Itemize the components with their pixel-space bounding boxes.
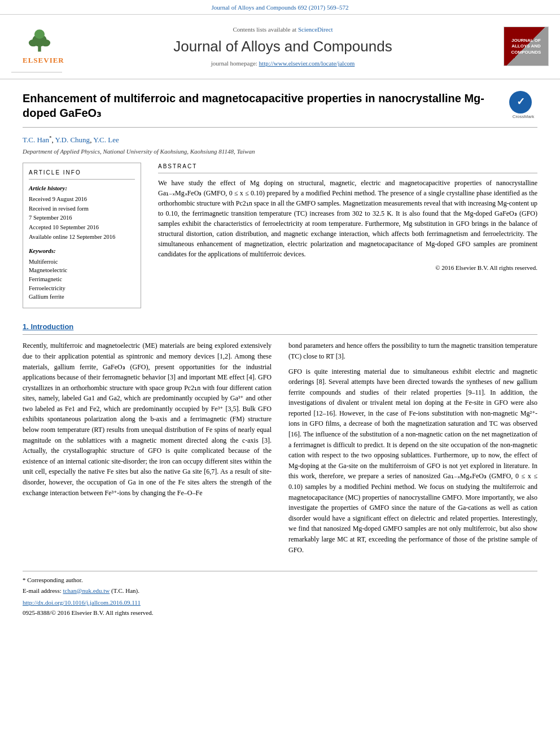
introduction-heading-text: 1. Introduction xyxy=(23,322,73,331)
svg-point-2 xyxy=(29,40,38,47)
journal-header: ELSEVIER Contents lists available at Sci… xyxy=(0,15,560,79)
intro-left-column: Recently, multiferroic and magnetoelectr… xyxy=(23,340,272,560)
homepage-link[interactable]: http://www.elsevier.com/locate/jalcom xyxy=(259,60,355,67)
journal-center-header: Contents lists available at ScienceDirec… xyxy=(62,25,504,68)
article-title-section: Enhancement of multiferroic and magnetoc… xyxy=(23,91,537,128)
journal-logo-right: JOURNAL OF ALLOYS AND COMPOUNDS xyxy=(504,27,549,66)
keyword-4: Ferroelectricity xyxy=(29,285,135,293)
copyright-line: © 2016 Elsevier B.V. All rights reserved… xyxy=(158,264,537,272)
info-abstract-columns: ARTICLE INFO Article history: Received 9… xyxy=(23,163,537,308)
elsevier-tree-icon xyxy=(23,26,56,54)
doi-link[interactable]: http://dx.doi.org/10.1016/j.jallcom.2016… xyxy=(23,599,141,606)
article-info-box: ARTICLE INFO Article history: Received 9… xyxy=(23,163,141,308)
keyword-5: Gallium ferrite xyxy=(29,293,135,302)
author-chung: Y.D. Chung xyxy=(55,136,90,144)
email-line: E-mail address: tchan@nuk.edu.tw (T.C. H… xyxy=(23,587,537,595)
svg-point-4 xyxy=(34,30,45,39)
sciencedirect-link[interactable]: ScienceDirect xyxy=(298,26,333,33)
doi-line: http://dx.doi.org/10.1016/j.jallcom.2016… xyxy=(23,599,537,607)
author-han: T.C. Han xyxy=(23,136,49,144)
introduction-heading: 1. Introduction xyxy=(23,322,537,335)
journal-reference-text: Journal of Alloys and Compounds 692 (201… xyxy=(212,4,349,11)
available-date: Available online 12 September 2016 xyxy=(29,233,135,242)
author-lee: Y.C. Lee xyxy=(93,136,119,144)
article-title: Enhancement of multiferroic and magnetoc… xyxy=(23,91,498,120)
journal-title-header: Journal of Alloys and Compounds xyxy=(62,36,504,56)
authors-line: T.C. Han*, Y.D. Chung, Y.C. Lee xyxy=(23,134,537,146)
crossmark-icon: ✓ xyxy=(509,91,532,113)
elsevier-text: ELSEVIER xyxy=(23,55,64,65)
keywords-label: Keywords: xyxy=(29,247,135,255)
email-link[interactable]: tchan@nuk.edu.tw xyxy=(63,587,110,594)
accepted-date: Accepted 10 September 2016 xyxy=(29,224,135,232)
introduction-columns: Recently, multiferroic and magnetoelectr… xyxy=(23,340,537,560)
article-info-heading: ARTICLE INFO xyxy=(29,169,135,180)
main-content: Enhancement of multiferroic and magnetoc… xyxy=(0,80,560,629)
keyword-1: Multiferroic xyxy=(29,258,135,267)
article-info-column: ARTICLE INFO Article history: Received 9… xyxy=(23,163,141,308)
issn-line: 0925-8388/© 2016 Elsevier B.V. All right… xyxy=(23,609,537,617)
corresponding-author-note: * Corresponding author. xyxy=(23,576,537,584)
keyword-3: Ferrimagnetic xyxy=(29,276,135,284)
svg-point-3 xyxy=(41,40,50,47)
crossmark-badge: ✓ CrossMark xyxy=(509,91,537,119)
crossmark-label: CrossMark xyxy=(509,113,537,120)
introduction-section: 1. Introduction Recently, multiferroic a… xyxy=(23,322,537,560)
footer-section: * Corresponding author. E-mail address: … xyxy=(23,571,537,618)
journal-reference-bar: Journal of Alloys and Compounds 692 (201… xyxy=(0,0,560,15)
abstract-heading: ABSTRACT xyxy=(158,163,537,173)
received-date: Received 9 August 2016 xyxy=(29,195,135,204)
keywords-section: Keywords: Multiferroic Magnetoelectric F… xyxy=(29,247,135,302)
intro-left-para1: Recently, multiferroic and magnetoelectr… xyxy=(23,340,272,498)
abstract-column: ABSTRACT We have study the effect of Mg … xyxy=(158,163,537,308)
abstract-section: ABSTRACT We have study the effect of Mg … xyxy=(158,163,537,272)
keyword-2: Magnetoelectric xyxy=(29,267,135,275)
article-history-label: Article history: xyxy=(29,184,135,193)
affiliation: Department of Applied Physics, National … xyxy=(23,147,537,156)
revised-date: 7 September 2016 xyxy=(29,214,135,222)
intro-right-column: bond parameters and hence offers the pos… xyxy=(288,340,537,560)
received-revised-label: Received in revised form xyxy=(29,205,135,213)
intro-right-para1: bond parameters and hence offers the pos… xyxy=(288,340,537,361)
contents-line: Contents lists available at ScienceDirec… xyxy=(62,25,504,34)
abstract-text: We have study the effect of Mg doping on… xyxy=(158,178,537,259)
journal-homepage-line: journal homepage: http://www.elsevier.co… xyxy=(62,59,504,68)
intro-right-para2: GFO is quite interesting material due to… xyxy=(288,366,537,556)
elsevier-logo-area: ELSEVIER xyxy=(11,20,62,72)
